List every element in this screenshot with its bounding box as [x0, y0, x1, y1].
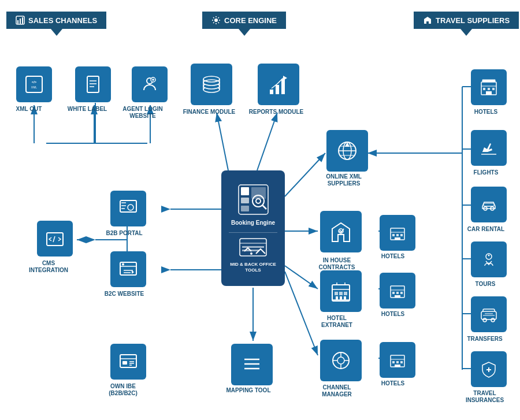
white-label-icon [84, 75, 102, 94]
back-office-label: MID & BACK OFFICE TOOLS [226, 262, 280, 273]
svg-rect-127 [486, 91, 492, 95]
b2c-icon [119, 260, 138, 278]
xml-out-label: XML OUT [6, 106, 52, 113]
insurance-icon [480, 360, 497, 378]
xml-icon: </> XML [25, 75, 43, 94]
hotels-small-2 [380, 273, 415, 309]
svg-rect-67 [281, 79, 285, 94]
tours-icon [480, 251, 497, 268]
svg-rect-65 [270, 90, 273, 94]
svg-rect-125 [488, 88, 490, 90]
svg-rect-114 [400, 292, 403, 294]
online-xml-icon [336, 140, 358, 162]
svg-rect-39 [87, 76, 99, 92]
svg-point-137 [491, 318, 495, 322]
svg-rect-55 [120, 355, 136, 367]
svg-point-78 [256, 199, 261, 203]
svg-rect-33 [20, 18, 21, 24]
svg-rect-124 [483, 88, 485, 90]
sales-icon [16, 16, 25, 25]
hotel-extranet-icon [330, 280, 352, 302]
svg-rect-106 [392, 234, 395, 236]
svg-marker-68 [283, 76, 287, 80]
in-house-contracts-box [320, 211, 362, 252]
svg-line-79 [262, 205, 266, 209]
svg-line-22 [285, 272, 318, 355]
svg-rect-119 [396, 361, 399, 363]
mapping-icon [241, 354, 263, 376]
b2b-portal-box [110, 191, 146, 226]
svg-rect-132 [484, 203, 494, 206]
travel-suppliers-header: TRAVEL SUPPLIERS [414, 12, 519, 29]
hotel-small-icon-1 [389, 225, 406, 241]
agent-login-label: AGENT LOGINWEBSITE [120, 106, 166, 120]
svg-rect-34 [22, 17, 23, 24]
ibe-icon [119, 352, 138, 371]
svg-rect-108 [400, 234, 403, 236]
core-engine-header: CORE ENGINE [202, 12, 286, 29]
svg-rect-115 [395, 295, 400, 298]
agent-login-icon [140, 75, 159, 94]
svg-rect-82 [242, 246, 264, 248]
svg-text:XML: XML [31, 86, 38, 89]
svg-text:</>: </> [32, 80, 37, 84]
reports-icon [268, 73, 289, 95]
white-label-box [75, 66, 111, 102]
hotels-small-3-label: HOTELS [376, 380, 410, 387]
channel-manager-label: CHANNELMANAGER [309, 384, 365, 398]
cms-integration-box [37, 221, 73, 257]
own-ibe-label: OWN IBE(B2B/B2C) [100, 383, 146, 397]
svg-rect-75 [241, 206, 249, 211]
cms-label: CMSINTEGRATION [25, 260, 72, 274]
mapping-label: MAPPING TOOL [221, 387, 276, 394]
booking-engine-label: Booking Engine [231, 219, 275, 226]
svg-rect-107 [396, 234, 399, 236]
svg-line-13 [217, 113, 228, 170]
svg-point-51 [122, 263, 124, 266]
svg-point-48 [128, 205, 133, 210]
flights-box [471, 130, 507, 166]
back-office-icon [239, 237, 268, 261]
mapping-tool-box [231, 344, 273, 385]
b2b-icon [119, 199, 138, 218]
xml-out-box: </> XML [16, 66, 52, 102]
hotel-extranet-box [320, 270, 362, 312]
svg-rect-126 [492, 88, 495, 90]
b2b-portal-label: B2B PORTAL [101, 230, 147, 237]
channel-manager-icon [330, 350, 352, 371]
online-xml-label: ONLINE XMLSUPPLIERS [316, 173, 372, 187]
cms-icon [46, 229, 64, 248]
transfers-icon [480, 306, 497, 323]
hotels-small-1-label: HOTELS [376, 253, 410, 260]
hotels-small-3 [380, 342, 415, 378]
transfers-label: TRANSFERS [464, 336, 506, 343]
channel-manager-box [320, 340, 362, 381]
hotels-supplier-label: HOTELS [465, 109, 507, 116]
flights-label: FLIGHTS [465, 169, 507, 176]
svg-rect-36 [26, 76, 42, 92]
b2c-website-box [110, 251, 146, 287]
reports-label: REPORTS MODULE [248, 109, 304, 116]
hotels-small-1 [380, 215, 415, 251]
suppliers-icon [423, 16, 432, 25]
tours-box [471, 241, 507, 277]
svg-rect-57 [122, 361, 127, 365]
svg-point-63 [203, 80, 220, 86]
svg-rect-96 [339, 292, 343, 295]
finance-label: FINANCE MODULE [181, 109, 237, 116]
b2c-website-label: B2C WEBSITE [101, 291, 147, 298]
travel-insurances-box [471, 351, 507, 387]
booking-engine-icon [237, 184, 269, 215]
car-rental-box [471, 187, 507, 222]
svg-point-134 [488, 255, 490, 257]
in-house-icon [330, 221, 352, 243]
transfers-box [471, 296, 507, 332]
hotels-small-2-label: HOTELS [376, 311, 410, 318]
svg-rect-112 [392, 292, 395, 294]
hotels-supplier-box [471, 69, 507, 105]
white-label-label: WHITE LABEL [64, 106, 110, 113]
svg-rect-113 [396, 292, 399, 294]
in-house-label: IN HOUSECONTRACTS [309, 257, 365, 271]
hotel-extranet-label: HOTELEXTRANET [309, 315, 365, 329]
hotel-small-icon-2 [389, 283, 406, 299]
